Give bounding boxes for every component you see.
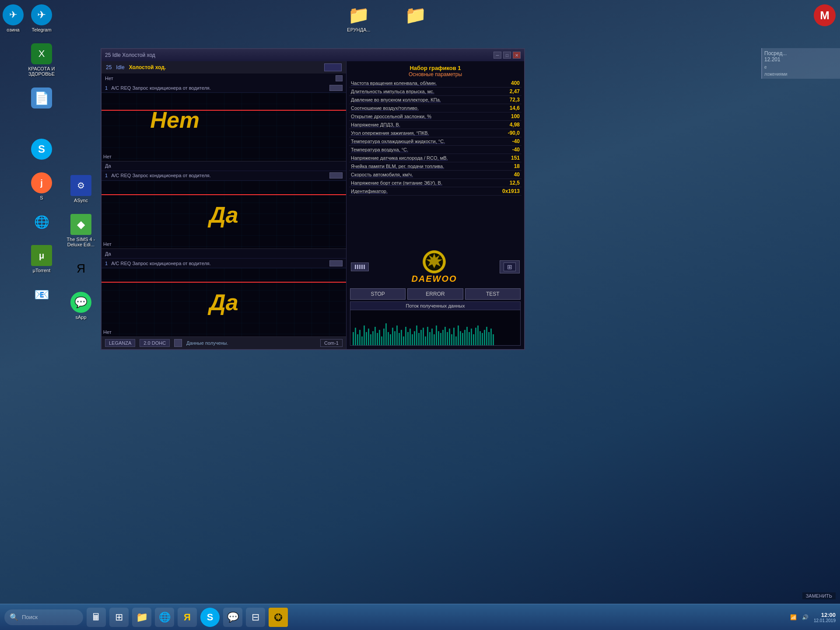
leganza-btn[interactable]: LEGANZA	[105, 339, 135, 347]
taskbar-skype[interactable]: S	[200, 608, 220, 627]
param-name-1: Длительность импульса впрыска, мс.	[351, 89, 498, 94]
svg-rect-62	[473, 334, 474, 345]
connector-left-btn[interactable]	[351, 262, 369, 271]
desktop-icon-krasota[interactable]: X КРАСОТА И ЗДОРОВЬЕ	[24, 43, 59, 77]
diag-window: 25 Idle Холостой ход ─ □ ✕ 25 Idle Холос…	[101, 48, 525, 350]
right-panel: Набор графиков 1 Основные параметры Част…	[346, 61, 524, 349]
param-name-7: Температура охлаждающей жидкости, °С.	[351, 139, 498, 144]
svg-rect-36	[416, 326, 417, 345]
taskbar-yandex[interactable]: Я	[178, 608, 197, 627]
taskbar-browser[interactable]: 🌐	[155, 608, 174, 627]
param-row-8: Температура воздуха, °С. -40	[349, 146, 522, 154]
taskbar-files[interactable]: 📁	[132, 608, 151, 627]
param-value-10: 18	[498, 163, 520, 169]
desktop-icon-skype[interactable]: S	[24, 139, 59, 161]
desktop-icon-doc[interactable]: 📄	[24, 88, 59, 110]
svg-rect-58	[464, 330, 466, 345]
tray-sound: 🔊	[802, 614, 808, 620]
svg-rect-46	[438, 331, 439, 345]
param-value-1: 2,47	[498, 88, 520, 94]
param-value-13: 0x1913	[498, 188, 520, 194]
taskbar-store[interactable]: ⊟	[246, 608, 265, 627]
svg-rect-37	[418, 333, 420, 345]
engine-btn[interactable]: 2.0 DOHC	[140, 339, 170, 347]
param-row-1: Длительность импульса впрыска, мс. 2,47	[349, 88, 522, 96]
desktop-icon-whatsapp[interactable]: 💬 sApp	[63, 292, 98, 320]
taskbar-daewoo[interactable]	[269, 608, 288, 627]
param-row-6: Угол опережения зажигания, °ПКВ. -90,0	[349, 129, 522, 137]
svg-rect-7	[353, 332, 354, 345]
maximize-button[interactable]: □	[503, 52, 511, 59]
param-row-7: Температура охлаждающей жидкости, °С. -4…	[349, 137, 522, 146]
signal-config-btn-1[interactable]	[329, 85, 343, 91]
taskbar-messages[interactable]: 💬	[223, 608, 242, 627]
signal-mini-btn-1[interactable]	[336, 75, 343, 81]
param-name-3: Соотношение воздух/топливо.	[351, 105, 498, 111]
desktop-icon-utorrent[interactable]: μ μTorrent	[24, 245, 59, 273]
daewoo-area: DAEWOO ⊞	[346, 247, 524, 287]
svg-rect-26	[394, 331, 396, 345]
desktop-icon-yandex[interactable]: Я	[63, 258, 98, 281]
param-row-13: Идентификатор. 0x1913	[349, 187, 522, 196]
param-row-12: Напряжение борт сети (питание ЭБУ), В. 1…	[349, 179, 522, 187]
params-title2: Основные параметры	[351, 71, 520, 77]
param-value-3: 14,6	[498, 105, 520, 111]
bottom-status-bar: LEGANZA 2.0 DOHC Данные получены. Com-1	[102, 337, 346, 349]
svg-rect-8	[355, 328, 356, 345]
header-btn1[interactable]	[324, 63, 342, 71]
svg-rect-51	[449, 329, 450, 345]
desktop-icon-async[interactable]: ⚙ ASync	[63, 175, 98, 203]
data-flow-title: Поток полученных данных	[350, 302, 520, 310]
signal-config-btn-3[interactable]	[329, 260, 343, 266]
svg-rect-13	[366, 332, 367, 345]
state-label-net-1: Нет	[105, 76, 113, 81]
error-button[interactable]: ERROR	[407, 288, 463, 300]
svg-rect-35	[414, 331, 415, 345]
connector-right-btn[interactable]: ⊞	[500, 260, 520, 273]
minimize-button[interactable]: ─	[494, 52, 501, 59]
svg-rect-39	[423, 328, 424, 345]
svg-rect-31	[405, 327, 406, 345]
desktop-icon-sims[interactable]: ◆ The SIMS 4 - Deluxe Edi...	[63, 214, 98, 247]
desktop-icon-ozina[interactable]: ✈ озина	[0, 4, 26, 32]
red-line-1	[102, 110, 346, 111]
signal-config-btn-2[interactable]	[329, 172, 343, 178]
desktop-icon-chrome[interactable]: 🌐	[24, 211, 59, 234]
param-name-9: Напряжение датчика кислорода / RCO, мВ.	[351, 155, 498, 161]
data-flow-svg	[350, 310, 520, 345]
bottom-corner-label: ЗАМЕНИТЬ	[802, 592, 836, 599]
param-row-10: Ячейка памяти BLM, рег. подачи топлива. …	[349, 162, 522, 171]
param-row-2: Давление во впускном коллекторе, КПа. 72…	[349, 96, 522, 104]
status-num: 25	[106, 64, 112, 70]
bottom-state-3: Нет	[103, 329, 112, 335]
status-idle: Idle	[116, 64, 124, 70]
svg-rect-10	[359, 330, 360, 345]
taskbar-windows[interactable]: ⊞	[109, 608, 129, 627]
signal-name-bar-2: 1 A/C REQ Запрос кондиционера от водител…	[102, 171, 346, 181]
system-tray: 📶 🔊 12:00 12.01.2019	[790, 612, 836, 623]
stop-button[interactable]: STOP	[350, 288, 406, 300]
svg-rect-45	[436, 326, 437, 345]
param-row-4: Открытие дроссельной заслонки, % 100	[349, 112, 522, 121]
taskbar-search-area[interactable]: 🔍 Поиск	[4, 609, 83, 625]
gmail-icon[interactable]: M	[814, 4, 836, 26]
data-flow-panel: Поток полученных данных	[350, 301, 521, 346]
test-button[interactable]: TEST	[465, 288, 521, 300]
desktop-icon-folder2[interactable]: 📁	[398, 4, 433, 32]
desktop-icon-folder1[interactable]: 📁 ЕРУНДА...	[341, 4, 376, 32]
signal-label-2: A/C REQ Запрос кондиционера от водителя.	[111, 173, 211, 178]
desktop-icon-gmail[interactable]: 📧	[24, 284, 59, 307]
desktop-icon-telegram[interactable]: ✈ Telegram	[24, 4, 59, 32]
signal-body-3: Да Нет	[102, 268, 346, 336]
desktop-icon-joxi[interactable]: j S	[24, 172, 59, 200]
signal-body-1: Нет Нет	[102, 93, 346, 161]
mode-badge: Холостой ход.	[129, 64, 166, 70]
action-buttons: STOP ERROR TEST	[346, 287, 524, 301]
svg-rect-17	[374, 327, 376, 345]
taskbar-calculator[interactable]: 🖩	[87, 608, 106, 627]
close-button[interactable]: ✕	[513, 52, 521, 59]
svg-rect-47	[440, 333, 441, 345]
svg-rect-21	[383, 329, 385, 345]
svg-rect-25	[392, 328, 393, 345]
daewoo-text: DAEWOO	[411, 274, 457, 284]
